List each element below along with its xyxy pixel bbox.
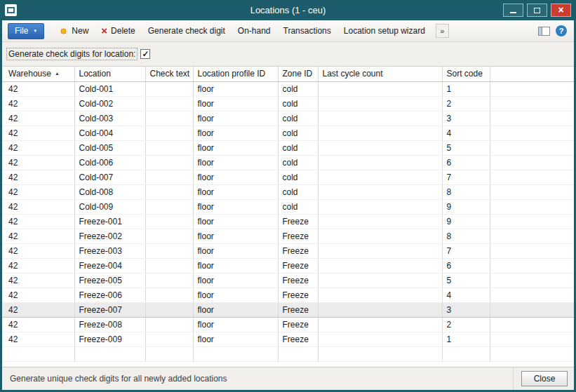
grid-cell[interactable]	[318, 214, 442, 229]
close-button[interactable]: Close	[521, 371, 568, 386]
grid-cell[interactable]	[318, 140, 442, 155]
column-header-location[interactable]: Location	[74, 67, 145, 81]
grid-cell[interactable]: floor	[193, 155, 278, 170]
grid-cell[interactable]	[145, 288, 193, 302]
grid-cell[interactable]: 42	[2, 184, 74, 199]
grid-cell[interactable]: Freeze	[278, 243, 318, 258]
grid-cell[interactable]: 5	[442, 140, 490, 155]
table-row[interactable]: 42Freeze-004floorFreeze6	[2, 258, 574, 273]
grid-cell[interactable]: floor	[193, 302, 278, 317]
empty-row[interactable]	[2, 346, 574, 361]
grid-cell[interactable]: 42	[2, 288, 74, 302]
grid-cell[interactable]: 8	[442, 229, 490, 243]
grid-cell[interactable]: 42	[2, 155, 74, 170]
grid-cell[interactable]	[318, 155, 442, 170]
grid-cell[interactable]	[145, 170, 193, 184]
grid-cell[interactable]	[145, 243, 193, 258]
grid-cell[interactable]: Freeze-007	[74, 302, 145, 317]
grid-cell[interactable]: 5	[442, 273, 490, 288]
table-row[interactable]: 42Cold-004floorcold4	[2, 126, 574, 140]
grid-cell[interactable]: floor	[193, 170, 278, 184]
grid-cell[interactable]: floor	[193, 184, 278, 199]
grid-cell[interactable]	[145, 126, 193, 140]
grid-cell[interactable]: floor	[193, 243, 278, 258]
table-row[interactable]: 42Freeze-005floorFreeze5	[2, 273, 574, 288]
grid-cell[interactable]: 6	[442, 258, 490, 273]
toolbar-overflow-button[interactable]: »	[436, 24, 449, 38]
table-row[interactable]: 42Freeze-002floorFreeze8	[2, 229, 574, 243]
table-row[interactable]: 42Freeze-007floorFreeze3	[2, 302, 574, 317]
grid-cell[interactable]	[145, 140, 193, 155]
grid-cell[interactable]: Cold-007	[74, 170, 145, 184]
column-header-last-cycle-count[interactable]: Last cycle count	[318, 67, 442, 81]
grid-cell[interactable]: 4	[442, 126, 490, 140]
grid-cell[interactable]	[318, 199, 442, 214]
table-row[interactable]: 42Freeze-009floorFreeze1	[2, 332, 574, 346]
grid-cell[interactable]: Freeze-005	[74, 273, 145, 288]
grid-cell[interactable]	[2, 346, 74, 361]
grid-cell[interactable]: floor	[193, 126, 278, 140]
grid-cell[interactable]: Cold-001	[74, 81, 145, 96]
grid-cell[interactable]	[145, 155, 193, 170]
grid-cell[interactable]	[145, 229, 193, 243]
grid-cell[interactable]	[318, 346, 442, 361]
grid-cell[interactable]	[318, 258, 442, 273]
table-row[interactable]: 42Cold-001floorcold1	[2, 81, 574, 96]
table-row[interactable]: 42Cold-002floorcold2	[2, 96, 574, 111]
grid-cell[interactable]: Freeze	[278, 302, 318, 317]
table-row[interactable]: 42Cold-008floorcold8	[2, 184, 574, 199]
grid-cell[interactable]: 42	[2, 273, 74, 288]
grid-cell[interactable]	[145, 214, 193, 229]
grid-cell[interactable]: floor	[193, 111, 278, 126]
table-row[interactable]: 42Cold-003floorcold3	[2, 111, 574, 126]
grid-cell[interactable]	[193, 346, 278, 361]
grid-cell[interactable]: Freeze	[278, 214, 318, 229]
on-hand-button[interactable]: On-hand	[232, 20, 277, 41]
grid-cell[interactable]: 42	[2, 96, 74, 111]
grid-cell[interactable]: 9	[442, 199, 490, 214]
grid-cell[interactable]: floor	[193, 317, 278, 332]
grid-cell[interactable]: 42	[2, 199, 74, 214]
grid-cell[interactable]: Freeze	[278, 317, 318, 332]
grid-cell[interactable]	[74, 346, 145, 361]
grid-cell[interactable]	[318, 96, 442, 111]
grid-cell[interactable]: 42	[2, 140, 74, 155]
grid-cell[interactable]	[318, 81, 442, 96]
close-window-button[interactable]: ×	[551, 4, 571, 17]
column-header-warehouse[interactable]: Warehouse▲	[2, 67, 74, 81]
table-row[interactable]: 42Freeze-008floorFreeze2	[2, 317, 574, 332]
grid-cell[interactable]: Freeze-006	[74, 288, 145, 302]
grid-cell[interactable]: 7	[442, 243, 490, 258]
grid-cell[interactable]: 4	[442, 288, 490, 302]
grid-cell[interactable]	[145, 258, 193, 273]
grid-cell[interactable]: 42	[2, 214, 74, 229]
grid-cell[interactable]: Cold-004	[74, 126, 145, 140]
new-button[interactable]: New	[53, 20, 95, 41]
grid-cell[interactable]: Cold-002	[74, 96, 145, 111]
generate-check-digit-button[interactable]: Generate check digit	[142, 20, 232, 41]
grid-cell[interactable]: cold	[278, 199, 318, 214]
grid-cell[interactable]: 7	[442, 170, 490, 184]
grid-cell[interactable]: floor	[193, 273, 278, 288]
grid-cell[interactable]: 42	[2, 170, 74, 184]
grid-cell[interactable]: Freeze-008	[74, 317, 145, 332]
grid-cell[interactable]	[318, 184, 442, 199]
grid-cell[interactable]	[145, 96, 193, 111]
grid-cell[interactable]	[145, 81, 193, 96]
grid-cell[interactable]: cold	[278, 140, 318, 155]
grid-cell[interactable]: cold	[278, 81, 318, 96]
grid-cell[interactable]: 3	[442, 302, 490, 317]
grid-cell[interactable]	[145, 332, 193, 346]
table-row[interactable]: 42Freeze-006floorFreeze4	[2, 288, 574, 302]
grid-cell[interactable]: floor	[193, 229, 278, 243]
grid-cell[interactable]: 42	[2, 317, 74, 332]
grid-cell[interactable]	[318, 229, 442, 243]
grid-cell[interactable]: 42	[2, 81, 74, 96]
grid-cell[interactable]: Freeze	[278, 273, 318, 288]
grid-cell[interactable]: 6	[442, 155, 490, 170]
grid-cell[interactable]: floor	[193, 96, 278, 111]
grid-cell[interactable]: 42	[2, 332, 74, 346]
grid-cell[interactable]	[442, 346, 490, 361]
grid-cell[interactable]: cold	[278, 155, 318, 170]
grid-cell[interactable]: Freeze	[278, 288, 318, 302]
